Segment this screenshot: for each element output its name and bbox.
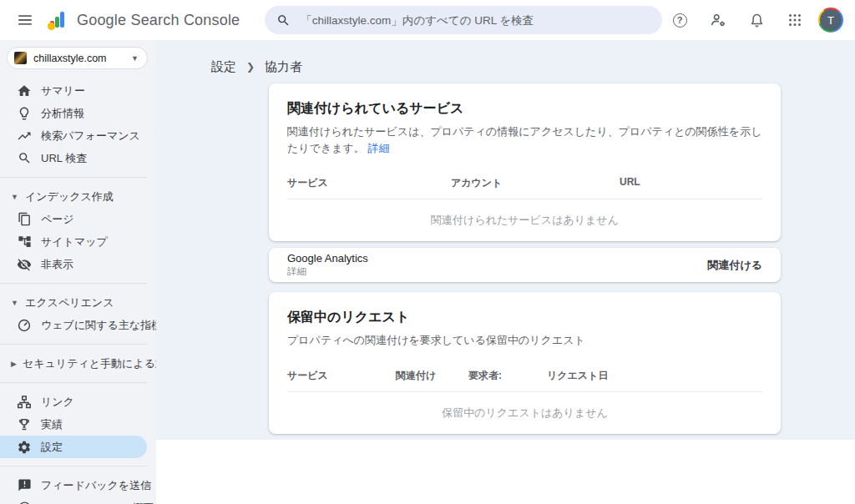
- sidebar-item-label: Search Console の概要: [41, 501, 154, 504]
- search-icon: [276, 13, 291, 28]
- search-input[interactable]: [301, 14, 650, 27]
- sidebar-item-label: サイトマップ: [41, 234, 108, 249]
- sidebar-section-label: セキュリティと手動による対策: [23, 356, 177, 371]
- gauge-icon: [17, 318, 32, 333]
- details-link[interactable]: 詳細: [287, 265, 368, 278]
- sidebar-item-send-feedback[interactable]: フィードバックを送信: [0, 474, 147, 496]
- sidebar-divider: [0, 283, 147, 284]
- pages-icon: [17, 212, 32, 227]
- breadcrumb: 設定 ❯ 協力者: [211, 53, 855, 80]
- sidebar-item-label: ページ: [41, 212, 74, 227]
- trending-up-icon: [17, 129, 32, 144]
- pending-requests-card: 保留中のリクエスト プロパティへの関連付けを要求している保留中のリクエスト サー…: [269, 292, 781, 434]
- app-logo[interactable]: Google Search Console: [48, 10, 240, 30]
- account-avatar[interactable]: T: [818, 8, 843, 33]
- sidebar-section-label: インデックス作成: [25, 189, 114, 204]
- card-description: 関連付けられたサービスは、プロパティの情報にアクセスしたり、プロパティとの関係性…: [287, 123, 762, 156]
- gear-icon: [17, 440, 32, 455]
- feedback-icon: [17, 478, 32, 493]
- associate-button[interactable]: 関連付ける: [707, 258, 762, 273]
- sidebar-item-settings[interactable]: 設定: [0, 436, 147, 458]
- chevron-down-icon: ▼: [11, 193, 19, 201]
- sitemap-icon: [17, 234, 32, 249]
- sidebar-divider: [0, 382, 147, 383]
- help-icon: ?: [673, 13, 687, 28]
- card-title: 保留中のリクエスト: [287, 309, 762, 326]
- empty-state-message: 保留中のリクエストはありません: [269, 392, 781, 434]
- sidebar-section-indexing[interactable]: ▼インデックス作成: [0, 185, 156, 208]
- sidebar-section-experience[interactable]: ▼エクスペリエンス: [0, 291, 156, 314]
- sidebar-item-label: リンク: [41, 395, 74, 410]
- app-title: Google Search Console: [77, 12, 240, 29]
- column-header: 関連付け: [396, 369, 468, 383]
- column-header: リクエスト日: [547, 369, 762, 383]
- column-header: アカウント: [451, 176, 620, 190]
- table-header-row: サービス関連付け要求者:リクエスト日: [287, 369, 762, 392]
- links-icon: [17, 395, 32, 410]
- sidebar-item-links[interactable]: リンク: [0, 391, 147, 413]
- column-header: サービス: [287, 176, 451, 190]
- sidebar-item-label: ウェブに関する主な指標: [41, 318, 162, 333]
- sidebar-item-label: 非表示: [41, 257, 73, 272]
- sidebar-item-label: サマリー: [41, 83, 85, 98]
- chevron-right-icon: ❯: [246, 61, 255, 73]
- app-header: Google Search Console ?: [0, 0, 855, 40]
- sidebar-item-summary[interactable]: サマリー: [0, 79, 147, 102]
- sidebar-item-sitemaps[interactable]: サイトマップ: [0, 230, 147, 253]
- sidebar-item-label: 分析情報: [41, 106, 84, 121]
- apps-grid-icon: [787, 13, 802, 28]
- empty-state-message: 関連付けられたサービスはありません: [269, 199, 781, 241]
- sidebar-item-about-search-console[interactable]: Search Console の概要: [0, 496, 147, 504]
- sidebar-section-label: エクスペリエンス: [25, 295, 114, 310]
- property-selector[interactable]: chillaxstyle.com ▼: [7, 47, 148, 69]
- home-icon: [17, 83, 32, 98]
- hamburger-menu-button[interactable]: [10, 5, 40, 35]
- sidebar-item-core-web-vitals[interactable]: ウェブに関する主な指標: [0, 314, 147, 336]
- avatar-letter: T: [820, 9, 842, 31]
- search-icon: [17, 151, 32, 166]
- hamburger-icon: [18, 13, 33, 28]
- settings-collaborators-page: 設定 ❯ 協力者 関連付けられているサービス 関連付けられたサービスは、プロパテ…: [156, 40, 855, 440]
- user-settings-button[interactable]: [703, 5, 733, 35]
- eye-off-icon: [17, 257, 32, 272]
- service-name: Google Analytics: [287, 252, 368, 265]
- chevron-down-icon: ▼: [11, 299, 19, 307]
- breadcrumb-collaborators: 協力者: [265, 59, 302, 75]
- header-actions: ?: [665, 5, 843, 35]
- blank-area: [156, 440, 855, 504]
- sidebar-item-url-inspection[interactable]: URL 検査: [0, 147, 147, 169]
- sidebar-divider: [0, 466, 147, 466]
- sidebar-item-label: URL 検査: [41, 151, 87, 166]
- sidebar-item-label: 検索パフォーマンス: [41, 129, 140, 144]
- trophy-icon: [17, 417, 32, 432]
- sidebar-item-achievements[interactable]: 実績: [0, 413, 147, 436]
- sidebar-item-label: 実績: [41, 417, 63, 432]
- lightbulb-icon: [17, 106, 32, 121]
- help-button[interactable]: ?: [665, 5, 695, 35]
- sidebar-divider: [0, 177, 147, 178]
- sidebar-item-label: 設定: [41, 440, 63, 455]
- chevron-right-icon: ▶: [11, 360, 17, 368]
- column-header: URL: [620, 176, 762, 190]
- property-favicon: [14, 52, 27, 64]
- sidebar-divider: [0, 344, 147, 345]
- url-inspect-search-bar[interactable]: [265, 6, 662, 34]
- main-content: 設定 ❯ 協力者 関連付けられているサービス 関連付けられたサービスは、プロパテ…: [156, 40, 855, 504]
- google-apps-button[interactable]: [780, 5, 810, 35]
- notifications-button[interactable]: [741, 5, 772, 35]
- breadcrumb-settings[interactable]: 設定: [211, 59, 236, 75]
- associated-services-card: 関連付けられているサービス 関連付けられたサービスは、プロパティの情報にアクセス…: [269, 83, 781, 241]
- table-header-row: サービスアカウントURL: [287, 176, 762, 199]
- sidebar-section-security-manual-actions[interactable]: ▶セキュリティと手動による対策: [0, 352, 156, 375]
- column-header: 要求者:: [468, 369, 547, 383]
- sidebar-item-pages[interactable]: ページ: [0, 208, 147, 230]
- sidebar-item-label: フィードバックを送信: [41, 478, 151, 493]
- property-domain: chillaxstyle.com: [33, 53, 124, 64]
- sidebar-item-insights[interactable]: 分析情報: [0, 102, 147, 124]
- card-description: プロパティへの関連付けを要求している保留中のリクエスト: [287, 332, 762, 349]
- details-link[interactable]: 詳細: [367, 142, 389, 154]
- sidebar-item-search-performance[interactable]: 検索パフォーマンス: [0, 124, 147, 147]
- search-console-logo-icon: [48, 10, 70, 30]
- sidebar-item-removals[interactable]: 非表示: [0, 253, 147, 275]
- bell-icon: [749, 13, 765, 28]
